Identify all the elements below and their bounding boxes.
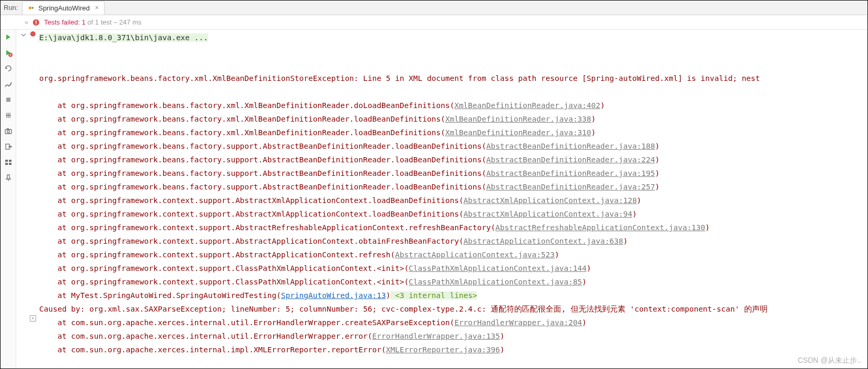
stop-icon[interactable] [4, 96, 13, 104]
rerun-icon[interactable] [4, 33, 13, 41]
tests-failed-text: Tests failed: 1 of 1 test – 247 ms [44, 18, 141, 26]
console-output[interactable]: E:\java\jdk1.8.0_371\bin\java.exe ... or… [39, 30, 867, 368]
source-link[interactable]: AbstractBeanDefinitionReader.java:224 [487, 156, 655, 164]
stack-frame: at org.springframework.beans.factory.sup… [39, 180, 867, 194]
tests-failed-icon [32, 19, 40, 26]
stack-frame: at com.sun.org.apache.xerces.internal.im… [39, 343, 867, 356]
pin-icon[interactable] [4, 174, 13, 182]
svg-rect-6 [6, 98, 10, 102]
source-link[interactable]: AbstractApplicationContext.java:638 [464, 237, 623, 245]
svg-rect-12 [9, 160, 11, 162]
run-label: Run: [4, 4, 18, 11]
svg-rect-13 [5, 163, 8, 165]
stack-frame: at org.springframework.beans.factory.sup… [39, 166, 867, 180]
stack-frame: at org.springframework.context.support.C… [39, 275, 867, 289]
fold-gutter: + [16, 30, 39, 368]
source-link[interactable]: XmlBeanDefinitionReader.java:402 [454, 101, 600, 110]
svg-point-15 [30, 31, 36, 37]
svg-point-0 [29, 6, 31, 9]
svg-point-8 [7, 130, 9, 133]
test-status-bar: » Tests failed: 1 of 1 test – 247 ms [1, 15, 867, 30]
watermark: CSDN @从未止步.. [797, 356, 861, 365]
stack-frame: at org.springframework.context.support.A… [39, 248, 867, 261]
svg-rect-3 [36, 23, 37, 24]
settings-icon[interactable] [4, 80, 13, 88]
source-link[interactable]: AbstractXmlApplicationContext.java:128 [464, 196, 637, 205]
command-line: E:\java\jdk1.8.0_371\bin\java.exe ... [39, 33, 208, 42]
source-link[interactable]: ClassPathXmlApplicationContext.java:85 [409, 278, 582, 286]
run-toolbar: 9 [1, 30, 16, 368]
svg-rect-14 [9, 163, 11, 165]
collapse-icon[interactable] [19, 31, 28, 39]
source-link[interactable]: ErrorHandlerWrapper.java:204 [454, 318, 582, 327]
source-link[interactable]: AbstractRefreshableApplicationContext.ja… [495, 223, 705, 232]
stack-frame-user: at MyTest.SpringAutoWired.SpringAutoWire… [39, 289, 867, 302]
source-link[interactable]: AbstractBeanDefinitionReader.java:257 [487, 183, 655, 191]
expand-fold-icon[interactable]: + [30, 315, 36, 322]
source-link[interactable]: XMLErrorReporter.java:396 [386, 346, 500, 354]
stack-frame: at org.springframework.context.support.A… [39, 234, 867, 248]
rerun-failed-icon[interactable]: 9 [4, 49, 13, 57]
exit-icon[interactable] [4, 142, 13, 151]
stack-frame: at org.springframework.context.support.C… [39, 261, 867, 275]
stack-frame: at org.springframework.beans.factory.sup… [39, 139, 867, 153]
run-header: Run: SpringAutoWired × [1, 1, 867, 15]
close-icon[interactable]: × [95, 4, 99, 11]
test-config-icon [28, 4, 35, 11]
dump-threads-icon[interactable] [4, 111, 13, 120]
folded-lines[interactable]: <3 internal lines> [390, 291, 477, 300]
stack-frame: at org.springframework.beans.factory.xml… [39, 99, 867, 112]
stack-frame: at org.springframework.beans.factory.sup… [39, 153, 867, 166]
stack-frame: at org.springframework.context.support.A… [39, 194, 867, 207]
run-tab[interactable]: SpringAutoWired × [22, 1, 104, 15]
source-link[interactable]: ClassPathXmlApplicationContext.java:144 [409, 264, 586, 272]
stack-frame: at com.sun.org.apache.xerces.internal.ut… [39, 329, 867, 343]
layout-icon[interactable] [4, 158, 13, 166]
source-link[interactable]: AbstractXmlApplicationContext.java:94 [464, 210, 632, 218]
source-link[interactable]: XmlBeanDefinitionReader.java:338 [445, 115, 591, 123]
stack-frame: at org.springframework.beans.factory.xml… [39, 126, 867, 139]
exception-message: org.springframework.beans.factory.xml.Xm… [39, 72, 867, 85]
source-link[interactable]: ErrorHandlerWrapper.java:135 [372, 332, 500, 340]
source-link[interactable]: AbstractApplicationContext.java:523 [395, 251, 555, 259]
camera-icon[interactable] [4, 127, 13, 135]
stack-frame: at org.springframework.context.support.A… [39, 207, 867, 221]
svg-rect-11 [5, 160, 8, 162]
toggle-auto-icon[interactable] [4, 64, 13, 73]
stack-frame: at org.springframework.beans.factory.xml… [39, 112, 867, 126]
tab-title: SpringAutoWired [38, 4, 89, 12]
source-link[interactable]: XmlBeanDefinitionReader.java:310 [445, 128, 591, 137]
source-link[interactable]: AbstractBeanDefinitionReader.java:188 [487, 142, 655, 150]
stack-frame: at org.springframework.context.support.A… [39, 221, 867, 234]
svg-rect-2 [36, 20, 37, 22]
chevron-icon: » [25, 18, 28, 26]
stack-frame: at com.sun.org.apache.xerces.internal.ut… [39, 316, 867, 329]
caused-by: Caused by: org.xml.sax.SAXParseException… [39, 302, 867, 316]
svg-rect-9 [7, 128, 9, 129]
test-fail-dot-icon [30, 31, 36, 37]
source-link[interactable]: SpringAutoWired.java:13 [281, 291, 386, 300]
source-link[interactable]: AbstractBeanDefinitionReader.java:195 [487, 169, 655, 177]
